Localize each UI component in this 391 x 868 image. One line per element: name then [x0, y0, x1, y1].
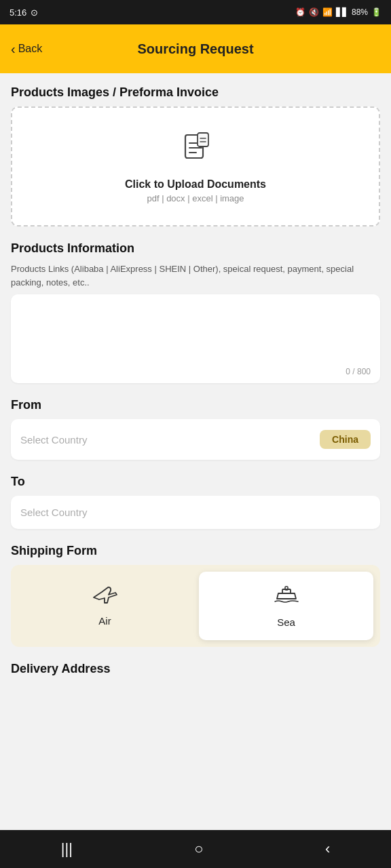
products-info-textarea[interactable]: [20, 301, 371, 362]
back-button[interactable]: ‹ Back: [11, 41, 42, 57]
upload-document-icon: [179, 130, 212, 172]
nav-menu-icon[interactable]: |||: [45, 835, 89, 863]
wifi-icon: 📶: [322, 7, 333, 17]
alarm-icon: ⏰: [295, 7, 305, 17]
shipping-option-air[interactable]: Air: [18, 572, 192, 640]
nav-back-icon[interactable]: ‹: [309, 835, 346, 863]
products-info-desc: Products Links (Alibaba | AliExpress | S…: [11, 262, 380, 289]
sea-icon: [274, 584, 299, 612]
air-icon: [92, 585, 118, 611]
status-right: ⏰ 🔇 📶 ▋▋ 88% 🔋: [295, 7, 381, 17]
from-label: From: [11, 398, 380, 412]
signal-icon: ▋▋: [336, 7, 348, 17]
back-chevron-icon: ‹: [11, 41, 16, 57]
page-title: Sourcing Request: [137, 41, 253, 57]
upload-sub-text: pdf | docx | excel | image: [147, 193, 244, 203]
svg-rect-8: [285, 587, 288, 590]
nav-home-icon[interactable]: ○: [178, 835, 219, 863]
status-bar: 5:16 ⊙ ⏰ 🔇 📶 ▋▋ 88% 🔋: [0, 0, 391, 24]
time: 5:16: [10, 7, 26, 18]
shipping-form-label: Shipping Form: [11, 544, 380, 558]
svg-rect-4: [198, 133, 208, 146]
back-label[interactable]: Back: [18, 43, 43, 55]
battery-label: 88%: [352, 7, 368, 17]
products-info-box: 0 / 800: [11, 294, 380, 383]
from-select[interactable]: Select Country China: [11, 419, 380, 460]
status-left: 5:16 ⊙: [10, 7, 38, 18]
bottom-nav: ||| ○ ‹: [0, 830, 391, 868]
to-placeholder: Select Country: [20, 507, 87, 518]
products-info-title: Products Information: [11, 241, 380, 256]
battery-icon: 🔋: [371, 7, 381, 17]
upload-main-text: Click to Upload Documents: [125, 178, 266, 191]
delivery-address-label: Delivery Address: [11, 662, 380, 676]
whatsapp-icon: ⊙: [31, 7, 38, 18]
upload-section-title: Products Images / Preforma Invoice: [11, 85, 380, 100]
mute-icon: 🔇: [309, 7, 319, 17]
char-count: 0 / 800: [20, 367, 371, 376]
header: ‹ Back Sourcing Request: [0, 24, 391, 73]
shipping-option-sea[interactable]: Sea: [199, 572, 373, 640]
air-label: Air: [98, 615, 111, 627]
to-select[interactable]: Select Country: [11, 496, 380, 529]
from-placeholder: Select Country: [20, 434, 87, 446]
to-label: To: [11, 475, 380, 489]
shipping-options: Air Sea: [11, 565, 380, 647]
upload-box[interactable]: Click to Upload Documents pdf | docx | e…: [11, 106, 380, 226]
china-badge: China: [320, 430, 371, 449]
sea-label: Sea: [277, 616, 295, 628]
main-content: Products Images / Preforma Invoice Click…: [0, 73, 391, 696]
